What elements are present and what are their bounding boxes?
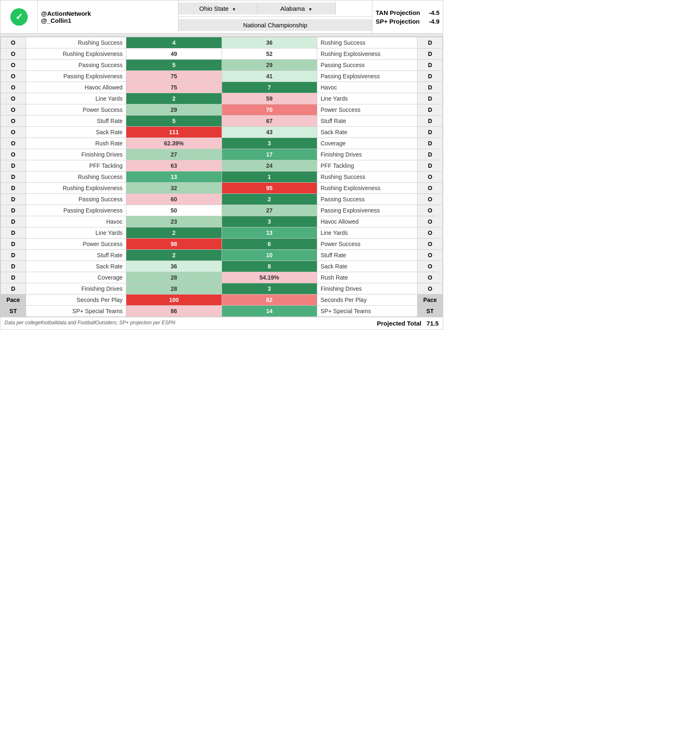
- label-right-24: SP+ Special Teams: [317, 306, 418, 317]
- side-right-13: O: [418, 183, 443, 194]
- label-left-12: Rushing Success: [26, 171, 126, 183]
- side-right-11: D: [418, 160, 443, 171]
- alabama-header[interactable]: Alabama ▼: [257, 2, 336, 14]
- label-left-16: Havoc: [26, 216, 126, 227]
- label-right-14: Passing Success: [317, 194, 418, 205]
- alabama-val-22: 3: [222, 283, 317, 294]
- ohio-val-11: 63: [126, 160, 222, 171]
- label-right-20: Sack Rate: [317, 261, 418, 272]
- username2: @_Collin1: [41, 17, 175, 24]
- side-right-10: D: [418, 149, 443, 160]
- side-right-23: Pace: [418, 294, 443, 306]
- side-left-12: D: [1, 171, 26, 183]
- label-right-22: Finishing Drives: [317, 283, 418, 294]
- table-row: D Rushing Success 13 1 Rushing Success O: [1, 171, 443, 183]
- side-left-7: O: [1, 116, 26, 127]
- ohio-val-16: 23: [126, 216, 222, 227]
- label-right-4: Havoc: [317, 82, 418, 93]
- ohio-val-9: 62.39%: [126, 138, 222, 149]
- table-row: O Passing Success 5 29 Passing Success D: [1, 60, 443, 71]
- username1: @ActionNetwork: [41, 10, 175, 17]
- ohio-val-6: 29: [126, 104, 222, 116]
- label-right-17: Line Yards: [317, 227, 418, 239]
- label-right-19: Stuff Rate: [317, 250, 418, 261]
- side-left-5: O: [1, 93, 26, 104]
- label-left-18: Power Success: [26, 239, 126, 250]
- table-row: Pace Seconds Per Play 100 82 Seconds Per…: [1, 294, 443, 306]
- alabama-val-17: 13: [222, 227, 317, 239]
- alabama-val-19: 10: [222, 250, 317, 261]
- alabama-val-10: 17: [222, 149, 317, 160]
- ohio-val-12: 13: [126, 171, 222, 183]
- table-row: D Havoc 23 3 Havoc Allowed O: [1, 216, 443, 227]
- label-left-17: Line Yards: [26, 227, 126, 239]
- side-left-2: O: [1, 60, 26, 71]
- ohio-val-2: 5: [126, 60, 222, 71]
- table-row: O Finishing Drives 27 17 Finishing Drive…: [1, 149, 443, 160]
- table-row: D Finishing Drives 28 3 Finishing Drives…: [1, 283, 443, 294]
- projected-total: Projected Total 71.5: [352, 317, 443, 329]
- table-row: D Power Success 98 6 Power Success O: [1, 239, 443, 250]
- side-left-20: D: [1, 261, 26, 272]
- side-right-19: O: [418, 250, 443, 261]
- tan-value: -4.5: [429, 9, 439, 16]
- alabama-val-14: 2: [222, 194, 317, 205]
- label-left-1: Rushing Explosiveness: [26, 48, 126, 60]
- sp-label: SP+ Projection: [376, 18, 420, 25]
- separator: [0, 34, 443, 37]
- label-right-23: Seconds Per Play: [317, 294, 418, 306]
- side-left-15: D: [1, 205, 26, 216]
- label-right-6: Power Success: [317, 104, 418, 116]
- label-left-9: Rush Rate: [26, 138, 126, 149]
- label-left-24: SP+ Special Teams: [26, 306, 126, 317]
- side-left-3: O: [1, 71, 26, 82]
- label-right-0: Rushing Success: [317, 37, 418, 48]
- side-left-22: D: [1, 283, 26, 294]
- label-left-13: Rushing Explosiveness: [26, 183, 126, 194]
- ohio-state-header[interactable]: Ohio State ▼: [179, 2, 257, 14]
- table-row: D PFF Tackling 63 24 PFF Tackling D: [1, 160, 443, 171]
- side-left-19: D: [1, 250, 26, 261]
- stats-table: O Rushing Success 4 36 Rushing Success D…: [0, 37, 443, 317]
- side-left-11: D: [1, 160, 26, 171]
- table-row: D Rushing Explosiveness 32 95 Rushing Ex…: [1, 183, 443, 194]
- alabama-val-12: 1: [222, 171, 317, 183]
- table-row: D Passing Explosiveness 50 27 Passing Ex…: [1, 205, 443, 216]
- alabama-val-15: 27: [222, 205, 317, 216]
- side-right-7: D: [418, 116, 443, 127]
- side-right-21: O: [418, 272, 443, 283]
- header-teams: Ohio State ▼ Alabama ▼ National Champion…: [179, 0, 372, 33]
- table-row: ST SP+ Special Teams 86 14 SP+ Special T…: [1, 306, 443, 317]
- ohio-val-23: 100: [126, 294, 222, 306]
- ohio-val-3: 75: [126, 71, 222, 82]
- alabama-val-3: 41: [222, 71, 317, 82]
- label-left-3: Passing Explosiveness: [26, 71, 126, 82]
- side-right-8: D: [418, 127, 443, 138]
- side-left-0: O: [1, 37, 26, 48]
- side-right-1: D: [418, 48, 443, 60]
- side-right-12: O: [418, 171, 443, 183]
- alabama-val-11: 24: [222, 160, 317, 171]
- side-right-6: D: [418, 104, 443, 116]
- table-row: D Stuff Rate 2 10 Stuff Rate O: [1, 250, 443, 261]
- side-right-0: D: [418, 37, 443, 48]
- table-row: O Sack Rate 111 43 Sack Rate D: [1, 127, 443, 138]
- side-right-9: D: [418, 138, 443, 149]
- alabama-val-4: 7: [222, 82, 317, 93]
- alabama-val-5: 59: [222, 93, 317, 104]
- label-right-8: Sack Rate: [317, 127, 418, 138]
- alabama-val-20: 8: [222, 261, 317, 272]
- alabama-val-13: 95: [222, 183, 317, 194]
- side-left-6: O: [1, 104, 26, 116]
- side-right-4: D: [418, 82, 443, 93]
- main-container: ✓ @ActionNetwork @_Collin1 Ohio State ▼ …: [0, 0, 443, 330]
- side-left-24: ST: [1, 306, 26, 317]
- alabama-val-0: 36: [222, 37, 317, 48]
- label-left-4: Havoc Allowed: [26, 82, 126, 93]
- projected-label: Projected Total: [377, 320, 421, 327]
- label-left-7: Stuff Rate: [26, 116, 126, 127]
- ohio-val-21: 28: [126, 272, 222, 283]
- ohio-val-24: 86: [126, 306, 222, 317]
- table-row: O Power Success 29 70 Power Success D: [1, 104, 443, 116]
- side-right-16: O: [418, 216, 443, 227]
